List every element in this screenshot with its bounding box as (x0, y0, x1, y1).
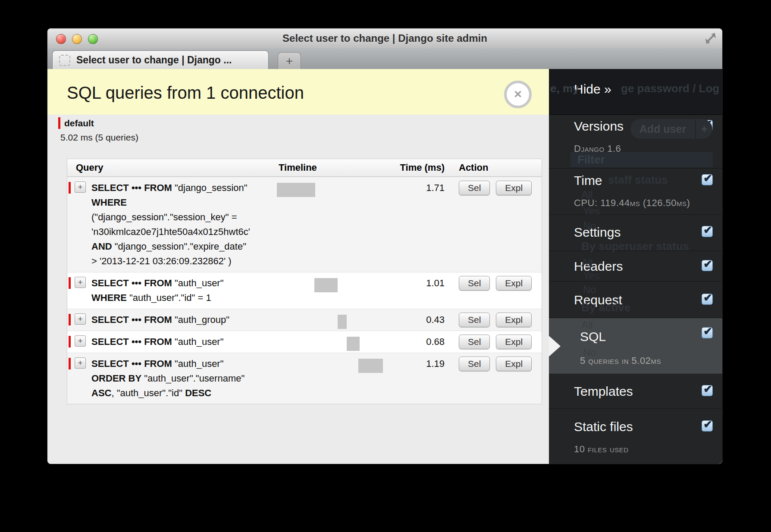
hide-toolbar-button[interactable]: Hide » (574, 82, 611, 97)
tab-title: Select user to change | Django ... (76, 54, 232, 66)
toolbar-panel-title[interactable]: Time (549, 173, 722, 188)
timeline-bar (277, 183, 315, 197)
resize-icon[interactable] (704, 32, 717, 45)
sql-query-text: SELECT ••• FROM "auth_user"ORDER BY "aut… (91, 357, 262, 401)
query-row: +SELECT ••• FROM "django_session"WHERE("… (67, 177, 542, 272)
checkbox-checked-icon[interactable]: ✔ (702, 226, 713, 237)
sql-query-text: SELECT ••• FROM "auth_user" (91, 335, 262, 349)
select-button[interactable]: Sel (459, 276, 490, 291)
browser-window: Select user to change | Django site admi… (47, 28, 722, 464)
close-icon: ✕ (514, 88, 522, 100)
expand-query-button[interactable]: + (75, 277, 86, 288)
query-row: +SELECT ••• FROM "auth_user"0.68SelExpl (67, 331, 542, 353)
query-time-ms: 0.43 (391, 313, 451, 325)
toolbar-panel-title[interactable]: Versions (549, 119, 722, 134)
toolbar-panel-static[interactable]: Static files✔10 files used (549, 409, 722, 464)
query-table-body: +SELECT ••• FROM "django_session"WHERE("… (67, 177, 542, 404)
timeline-bar (358, 359, 383, 373)
query-color-marker (69, 277, 71, 289)
column-header-query: Query (67, 162, 270, 173)
expand-query-button[interactable]: + (75, 182, 86, 193)
toolbar-panel-title[interactable]: Headers (549, 259, 722, 274)
sql-query-text: SELECT ••• FROM "auth_group" (91, 313, 262, 327)
checkbox-checked-icon[interactable]: ✔ (702, 120, 713, 131)
selected-panel-arrow-icon (549, 336, 561, 357)
favicon-placeholder-icon (59, 55, 70, 66)
query-table: QueryTimelineTime (ms)Action +SELECT •••… (67, 159, 542, 404)
connection-summary: default 5.02 ms (5 queries) (58, 117, 138, 143)
select-button[interactable]: Sel (459, 313, 490, 327)
explain-button[interactable]: Expl (496, 335, 532, 349)
window-titlebar[interactable]: Select user to change | Django site admi… (47, 28, 722, 49)
checkbox-checked-icon[interactable]: ✔ (702, 420, 713, 432)
browser-tab[interactable]: Select user to change | Django ... (52, 50, 269, 69)
query-time-ms: 1.01 (391, 276, 451, 289)
new-tab-button[interactable]: + (278, 52, 301, 69)
toolbar-panel-settings[interactable]: Settings✔ (549, 215, 722, 251)
checkbox-checked-icon[interactable]: ✔ (702, 385, 713, 396)
toolbar-panel-time[interactable]: Time✔CPU: 119.44ms (126.50ms) (549, 169, 722, 215)
query-row: +SELECT ••• FROM "auth_user"WHERE "auth_… (67, 272, 542, 309)
sql-panel-title: SQL queries from 1 connection (67, 69, 304, 115)
toolbar-panel-headers[interactable]: Headers✔ (549, 251, 722, 282)
tab-bar: Select user to change | Django ... + (47, 48, 722, 69)
connection-name: default (64, 118, 94, 128)
toolbar-panel-request[interactable]: Request✔ (549, 282, 722, 318)
toolbar-panel-title[interactable]: Static files (549, 419, 722, 434)
sql-query-text: SELECT ••• FROM "django_session"WHERE("d… (91, 181, 262, 269)
toolbar-panel-subtitle: CPU: 119.44ms (126.50ms) (549, 197, 722, 209)
toolbar-panel-subtitle: 10 files used (549, 444, 722, 455)
connection-timing: 5.02 ms (5 queries) (60, 132, 138, 143)
toolbar-header: Hide » (549, 69, 722, 115)
column-header-action: Action (451, 162, 542, 173)
checkbox-checked-icon[interactable]: ✔ (702, 260, 713, 271)
sql-panel: SQL queries from 1 connection ✕ default … (47, 69, 549, 464)
timeline-bar (347, 337, 360, 351)
toolbar-panel-versions[interactable]: Versions✔Django 1.6 (549, 115, 722, 169)
page-content: SQL queries from 1 connection ✕ default … (47, 69, 722, 464)
expand-query-button[interactable]: + (75, 335, 86, 347)
query-color-marker (69, 314, 71, 325)
explain-button[interactable]: Expl (496, 313, 532, 327)
query-row: +SELECT ••• FROM "auth_group"0.43SelExpl (67, 309, 542, 331)
timeline-bar (338, 315, 347, 329)
connection-color-marker (58, 117, 60, 129)
expand-query-button[interactable]: + (75, 357, 86, 369)
toolbar-panel-subtitle: 5 queries in 5.02ms (549, 355, 722, 366)
explain-button[interactable]: Expl (496, 181, 532, 195)
explain-button[interactable]: Expl (496, 276, 532, 291)
query-time-ms: 1.71 (391, 181, 451, 194)
query-table-header: QueryTimelineTime (ms)Action (67, 159, 542, 177)
toolbar-panel-title[interactable]: Settings (549, 225, 722, 240)
desktop-background: Select user to change | Django site admi… (0, 0, 771, 532)
select-button[interactable]: Sel (459, 181, 490, 195)
query-color-marker (69, 358, 71, 369)
checkbox-checked-icon[interactable]: ✔ (702, 294, 713, 305)
debug-toolbar: e, myge password / Log outstaff statusAl… (549, 69, 722, 464)
query-time-ms: 1.19 (391, 357, 451, 369)
query-time-ms: 0.68 (391, 335, 451, 347)
expand-query-button[interactable]: + (75, 313, 86, 325)
column-header-timeline: Timeline (270, 162, 391, 173)
sql-query-text: SELECT ••• FROM "auth_user"WHERE "auth_u… (91, 276, 262, 305)
checkbox-checked-icon[interactable]: ✔ (702, 327, 713, 338)
window-title: Select user to change | Django site admi… (47, 28, 722, 48)
toolbar-panel-sql[interactable]: SQL✔5 queries in 5.02ms (549, 318, 722, 374)
query-row: +SELECT ••• FROM "auth_user"ORDER BY "au… (67, 353, 542, 404)
timeline-bar (314, 278, 338, 292)
toolbar-panel-title[interactable]: Request (549, 293, 722, 307)
select-button[interactable]: Sel (459, 335, 490, 349)
close-panel-button[interactable]: ✕ (504, 81, 532, 108)
query-color-marker (69, 182, 71, 194)
sql-panel-header: SQL queries from 1 connection ✕ (47, 69, 549, 115)
column-header-time-ms-: Time (ms) (391, 162, 451, 173)
toolbar-panel-subtitle: Django 1.6 (549, 143, 722, 154)
select-button[interactable]: Sel (459, 357, 490, 371)
explain-button[interactable]: Expl (496, 357, 532, 371)
toolbar-panel-templates[interactable]: Templates✔ (549, 374, 722, 409)
checkbox-checked-icon[interactable]: ✔ (702, 174, 713, 185)
toolbar-panel-title[interactable]: Templates (549, 384, 722, 399)
query-color-marker (69, 336, 71, 347)
toolbar-panel-title[interactable]: SQL (549, 329, 722, 344)
